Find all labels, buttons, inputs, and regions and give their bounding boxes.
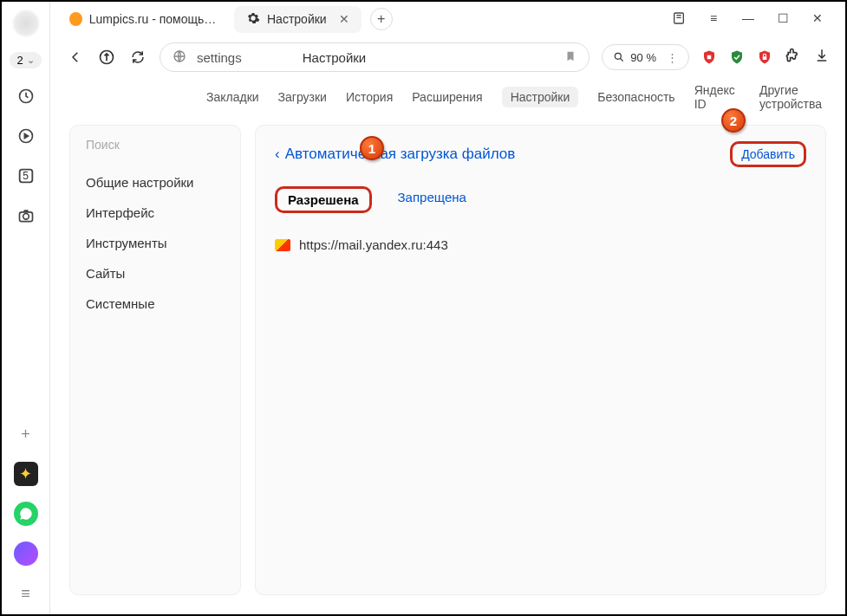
settings-sidebar: Поиск Общие настройки Интерфейс Инструме… <box>69 125 241 595</box>
kebab-icon[interactable]: ⋮ <box>667 51 678 64</box>
tab-settings[interactable]: Настройки ✕ <box>234 6 362 33</box>
new-tab-button[interactable]: + <box>370 8 393 30</box>
menu-lines-icon[interactable]: ≡ <box>707 11 720 28</box>
globe-icon <box>173 49 188 65</box>
gear-icon <box>246 11 260 28</box>
permission-tabs: Разрешена Запрещена <box>275 186 806 213</box>
history-icon[interactable] <box>14 84 38 108</box>
svg-rect-10 <box>763 56 767 60</box>
site-row[interactable]: https://mail.yandex.ru:443 <box>275 237 806 252</box>
page-title-inline: Настройки <box>303 50 367 65</box>
nav-extensions[interactable]: Расширения <box>412 90 482 104</box>
tab-allowed[interactable]: Разрешена <box>275 186 372 213</box>
favicon-icon <box>69 12 82 26</box>
tab-bar: Lumpics.ru - помощь с ко Настройки ✕ + ≡… <box>50 2 845 36</box>
sidebar-item-sites[interactable]: Сайты <box>82 258 228 289</box>
nav-history[interactable]: История <box>346 90 393 104</box>
sidebar-item-general[interactable]: Общие настройки <box>82 167 228 198</box>
zoom-control[interactable]: 90 % ⋮ <box>602 44 689 70</box>
reader-icon[interactable] <box>672 11 686 28</box>
tab-title: Lumpics.ru - помощь с ко <box>89 12 218 26</box>
nav-security[interactable]: Безопасность <box>597 90 674 104</box>
magnifier-icon <box>613 51 625 63</box>
shield-green-icon[interactable] <box>729 49 745 66</box>
nav-bookmarks[interactable]: Закладки <box>206 90 259 104</box>
content-area: Поиск Общие настройки Интерфейс Инструме… <box>50 116 845 614</box>
close-icon[interactable]: ✕ <box>339 12 349 26</box>
play-icon[interactable] <box>14 124 38 148</box>
bookmark-icon[interactable] <box>564 49 577 66</box>
svg-rect-9 <box>707 55 712 60</box>
screenshot-badge[interactable]: 5 <box>14 164 38 188</box>
chevron-down-icon: ⌄ <box>27 55 35 66</box>
site-list: https://mail.yandex.ru:443 <box>275 237 806 252</box>
site-url: https://mail.yandex.ru:443 <box>299 237 448 252</box>
chevron-left-icon: ‹ <box>275 146 280 163</box>
add-panel-icon[interactable]: + <box>14 422 38 446</box>
menu-icon[interactable]: ≡ <box>14 581 38 606</box>
sidebar-search[interactable]: Поиск <box>82 138 228 152</box>
url-box[interactable]: settings Настройки <box>160 42 590 72</box>
avatar[interactable] <box>13 10 39 36</box>
yandex-logo-icon[interactable] <box>97 48 116 67</box>
url-text: settings <box>197 50 242 65</box>
main-area: Lumpics.ru - помощь с ко Настройки ✕ + ≡… <box>50 2 845 614</box>
nav-yandex-id[interactable]: Яндекс ID <box>694 83 740 111</box>
address-bar: settings Настройки 90 % ⋮ <box>50 36 845 78</box>
tab-title: Настройки <box>267 12 327 26</box>
panel-title: Автоматическая загрузка файлов <box>285 146 516 163</box>
tab-denied[interactable]: Запрещена <box>388 186 477 213</box>
shield-lock-icon[interactable] <box>757 49 772 66</box>
sidebar-item-interface[interactable]: Интерфейс <box>82 198 228 228</box>
app-icon-1[interactable]: ✦ <box>14 462 38 486</box>
alice-icon[interactable] <box>14 541 38 566</box>
nav-downloads[interactable]: Загрузки <box>278 90 327 104</box>
zoom-value: 90 % <box>630 51 656 64</box>
add-button[interactable]: Добавить <box>730 141 806 167</box>
camera-icon[interactable] <box>14 204 38 228</box>
back-link[interactable]: ‹ Автоматическая загрузка файлов <box>275 146 515 163</box>
download-icon[interactable] <box>814 48 830 67</box>
puzzle-icon[interactable] <box>785 47 802 68</box>
settings-panel: 2 ‹ Автоматическая загрузка файлов 1 Доб… <box>255 125 826 595</box>
whatsapp-icon[interactable] <box>14 502 38 526</box>
svg-point-8 <box>616 53 622 59</box>
extension-icons <box>701 47 830 68</box>
callout-2: 2 <box>721 108 746 133</box>
minimize-button[interactable]: — <box>741 11 755 28</box>
close-window-button[interactable]: ✕ <box>811 11 824 28</box>
mail-icon <box>275 239 290 251</box>
window-controls: ≡ — ☐ ✕ <box>672 11 838 28</box>
nav-other-devices[interactable]: Другие устройства <box>759 83 845 111</box>
tab-count-pill[interactable]: 2 ⌄ <box>10 52 41 68</box>
back-button[interactable] <box>66 48 85 67</box>
sidebar-item-tools[interactable]: Инструменты <box>82 228 228 258</box>
nav-settings[interactable]: Настройки <box>502 87 579 107</box>
reload-button[interactable] <box>128 48 147 67</box>
panel-header: ‹ Автоматическая загрузка файлов 1 Добав… <box>275 141 806 167</box>
svg-point-4 <box>23 214 29 220</box>
tab-count: 2 <box>16 54 23 67</box>
left-rail: 2 ⌄ 5 + ✦ ≡ <box>2 2 50 614</box>
tab-lumpics[interactable]: Lumpics.ru - помощь с ко <box>57 7 231 31</box>
maximize-button[interactable]: ☐ <box>776 11 790 28</box>
screenshot-count: 5 <box>23 170 29 182</box>
callout-1: 1 <box>360 136 384 160</box>
sidebar-item-system[interactable]: Системные <box>82 289 228 319</box>
shield-red-icon[interactable] <box>701 49 717 66</box>
